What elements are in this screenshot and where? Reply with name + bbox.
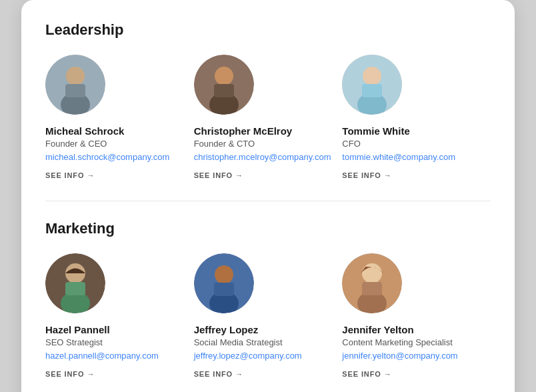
person-role-micheal-schrock: Founder & CEO bbox=[45, 139, 183, 149]
see-info-arrow-jennifer-yelton: → bbox=[384, 370, 392, 378]
see-info-label-jeffrey-lopez: SEE INFO bbox=[194, 370, 233, 378]
see-info-label-jennifer-yelton: SEE INFO bbox=[342, 370, 381, 378]
person-name-hazel-pannell: Hazel Pannell bbox=[45, 324, 183, 335]
person-role-hazel-pannell: SEO Strategist bbox=[45, 337, 183, 347]
main-card: Leadership Micheal SchrockFounder & CEOm… bbox=[21, 0, 515, 392]
person-email-tommie-white[interactable]: tommie.white@company.com bbox=[342, 152, 480, 162]
see-info-button-micheal-schrock[interactable]: SEE INFO → bbox=[45, 171, 95, 179]
person-email-jeffrey-lopez[interactable]: jeffrey.lopez@company.com bbox=[194, 351, 332, 361]
svg-rect-11 bbox=[362, 84, 382, 97]
person-name-micheal-schrock: Micheal Schrock bbox=[45, 125, 183, 137]
person-role-tommie-white: CFO bbox=[342, 139, 480, 149]
svg-rect-19 bbox=[214, 283, 234, 296]
see-info-button-tommie-white[interactable]: SEE INFO → bbox=[342, 171, 391, 179]
person-name-jennifer-yelton: Jennifer Yelton bbox=[342, 324, 480, 335]
svg-point-9 bbox=[363, 67, 381, 85]
person-name-tommie-white: Tommie White bbox=[342, 125, 480, 137]
see-info-arrow-christopher-mcelroy: → bbox=[235, 171, 243, 179]
svg-point-21 bbox=[362, 263, 382, 283]
svg-point-17 bbox=[215, 265, 233, 284]
svg-point-1 bbox=[66, 67, 85, 85]
person-email-jennifer-yelton[interactable]: jennifer.yelton@company.com bbox=[342, 351, 480, 361]
see-info-label-christopher-mcelroy: SEE INFO bbox=[194, 171, 233, 179]
svg-point-5 bbox=[215, 67, 233, 85]
svg-rect-3 bbox=[65, 84, 85, 97]
svg-rect-15 bbox=[65, 282, 85, 295]
see-info-arrow-hazel-pannell: → bbox=[87, 370, 95, 378]
person-role-christopher-mcelroy: Founder & CTO bbox=[194, 139, 332, 149]
person-cell-tommie-white: Tommie WhiteCFOtommie.white@company.comS… bbox=[342, 55, 491, 195]
person-name-jeffrey-lopez: Jeffrey Lopez bbox=[194, 324, 332, 335]
see-info-label-tommie-white: SEE INFO bbox=[342, 171, 381, 179]
see-info-button-jeffrey-lopez[interactable]: SEE INFO → bbox=[194, 370, 243, 378]
see-info-button-hazel-pannell[interactable]: SEE INFO → bbox=[45, 370, 95, 378]
section-divider bbox=[45, 201, 491, 201]
svg-rect-7 bbox=[214, 84, 234, 97]
person-email-christopher-mcelroy[interactable]: christopher.mcelroy@company.com bbox=[194, 152, 332, 162]
person-cell-micheal-schrock: Micheal SchrockFounder & CEOmicheal.schr… bbox=[45, 55, 194, 195]
person-role-jennifer-yelton: Content Marketing Specialist bbox=[342, 337, 480, 347]
avatar-hazel-pannell bbox=[45, 253, 105, 313]
person-cell-hazel-pannell: Hazel PannellSEO Strategisthazel.pannell… bbox=[45, 253, 194, 392]
avatar-jeffrey-lopez bbox=[194, 253, 254, 313]
person-role-jeffrey-lopez: Social Media Strategist bbox=[194, 337, 332, 347]
see-info-button-jennifer-yelton[interactable]: SEE INFO → bbox=[342, 370, 391, 378]
avatar-micheal-schrock bbox=[45, 55, 105, 115]
section-title-leadership: Leadership bbox=[45, 21, 491, 39]
see-info-arrow-tommie-white: → bbox=[384, 171, 392, 179]
avatar-jennifer-yelton bbox=[342, 253, 402, 313]
section-title-marketing: Marketing bbox=[45, 220, 491, 237]
see-info-label-hazel-pannell: SEE INFO bbox=[45, 370, 84, 378]
see-info-arrow-jeffrey-lopez: → bbox=[235, 370, 243, 378]
people-grid-leadership: Micheal SchrockFounder & CEOmicheal.schr… bbox=[45, 55, 491, 195]
person-email-hazel-pannell[interactable]: hazel.pannell@company.com bbox=[45, 351, 183, 361]
avatar-tommie-white bbox=[342, 55, 402, 115]
svg-rect-23 bbox=[362, 282, 382, 295]
people-grid-marketing: Hazel PannellSEO Strategisthazel.pannell… bbox=[45, 253, 491, 392]
see-info-label-micheal-schrock: SEE INFO bbox=[45, 171, 84, 179]
person-email-micheal-schrock[interactable]: micheal.schrock@company.com bbox=[45, 152, 183, 162]
person-cell-jennifer-yelton: Jennifer YeltonContent Marketing Special… bbox=[342, 253, 491, 392]
avatar-christopher-mcelroy bbox=[194, 55, 254, 115]
see-info-arrow-micheal-schrock: → bbox=[87, 171, 95, 179]
person-cell-jeffrey-lopez: Jeffrey LopezSocial Media Strategistjeff… bbox=[194, 253, 343, 392]
see-info-button-christopher-mcelroy[interactable]: SEE INFO → bbox=[194, 171, 243, 179]
person-name-christopher-mcelroy: Christopher McElroy bbox=[194, 125, 332, 137]
person-cell-christopher-mcelroy: Christopher McElroyFounder & CTOchristop… bbox=[194, 55, 343, 195]
